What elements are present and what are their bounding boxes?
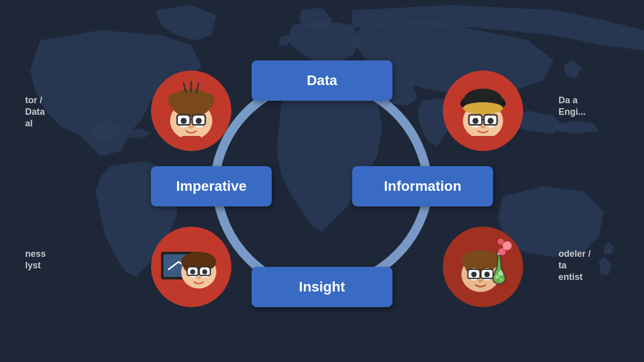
svg-point-71: [485, 271, 490, 277]
imperative-label: Imperative: [176, 178, 247, 194]
avatar-top-left: [151, 70, 231, 151]
avatar-top-right: [443, 70, 523, 151]
svg-rect-34: [181, 136, 201, 146]
svg-point-79: [500, 278, 503, 281]
information-box: Information: [352, 166, 493, 206]
main-container: Data Information Insight Imperative: [0, 0, 644, 362]
svg-point-33: [189, 125, 194, 128]
insight-label: Insight: [299, 279, 345, 295]
svg-point-81: [503, 241, 512, 250]
svg-point-44: [488, 118, 494, 124]
svg-point-22: [198, 93, 214, 109]
svg-point-70: [471, 271, 477, 277]
svg-rect-49: [470, 136, 496, 149]
svg-point-58: [190, 269, 195, 274]
svg-point-40: [463, 102, 503, 114]
svg-point-43: [472, 118, 478, 124]
svg-point-82: [498, 239, 504, 245]
svg-point-29: [196, 118, 202, 124]
data-box: Data: [252, 60, 392, 101]
information-label: Information: [384, 178, 461, 194]
imperative-box: Imperative: [151, 166, 272, 206]
data-label: Data: [307, 73, 338, 89]
svg-point-78: [498, 271, 503, 276]
svg-point-59: [202, 269, 207, 274]
svg-point-77: [495, 275, 499, 279]
avatar-bottom-right: [443, 227, 523, 307]
svg-point-28: [181, 118, 187, 124]
svg-point-75: [478, 279, 482, 282]
insight-box: Insight: [252, 267, 392, 307]
svg-point-63: [197, 276, 201, 279]
svg-point-48: [480, 125, 486, 128]
diagram-wrapper: Data Information Insight Imperative: [96, 15, 548, 347]
avatar-bottom-left: [151, 227, 231, 307]
